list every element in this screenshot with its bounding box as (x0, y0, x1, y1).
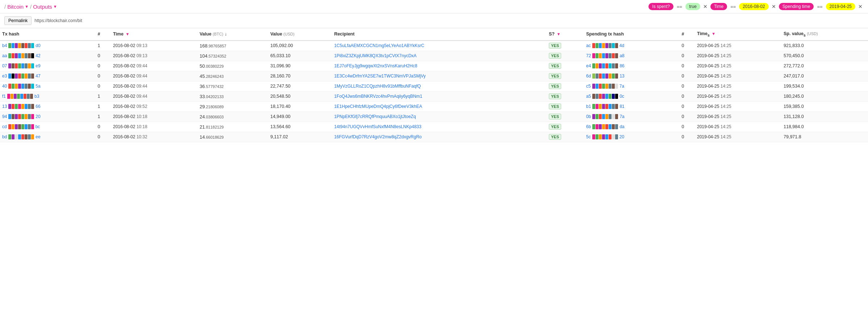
outputs-nav[interactable]: Outputs ▼ (33, 4, 57, 10)
usd-val: 18,170.40 (270, 104, 291, 109)
sp-time-time: 14:25 (721, 53, 731, 58)
sp-hash-bar (592, 84, 618, 89)
filter-spendingtime-tag[interactable]: Spending time (779, 3, 814, 10)
sp-hash-suffix[interactable]: 20 (619, 134, 624, 139)
permalink-button[interactable]: Permalink (4, 16, 32, 25)
recipient-address[interactable]: 1E3Cc4wDrfmYA2SE7w1TWC3NmVPJaSMjVy (334, 74, 426, 79)
num-cell: 0 (96, 81, 111, 91)
filter-spendingtime-val: 2019-04-25 (826, 3, 855, 10)
table-row: aa 42 0 2016-08-02 09:13 104.57324352 65… (0, 51, 868, 61)
spent-filter-icon[interactable]: ▼ (556, 32, 560, 36)
bitcoin-nav[interactable]: Bitcoin ▼ (7, 4, 29, 10)
col-spending-tx: Spending tx hash (584, 28, 680, 41)
filter-spendingtime-close[interactable]: ✕ (857, 4, 864, 9)
recipient-address[interactable]: 1PNpEKfGfj7cRRQfPmquuABXo1jtJtoeZq (334, 114, 416, 119)
spent-badge: YES (549, 114, 561, 119)
value-btc-cell: 50.00380229 (197, 61, 268, 71)
permalink-row: Permalink https://blockchair.com/bit (0, 13, 868, 28)
tx-hash-suffix[interactable]: 47 (36, 74, 40, 79)
tx-hash-prefix[interactable]: 94 (2, 114, 7, 119)
tx-hash-prefix[interactable]: 13 (2, 104, 7, 109)
time-cell: 2016-08-02 09:44 (111, 71, 197, 81)
time-date: 2016-08-02 (113, 63, 135, 68)
sp-hash-suffix[interactable]: da (619, 124, 624, 129)
value-btc-cell: 14.66018629 (197, 132, 268, 142)
recipient-address[interactable]: 14t94n7UGQVvHmfSuNxfM4N8esLNKp4833 (334, 124, 421, 129)
num-cell: 0 (96, 61, 111, 71)
time-time: 09:52 (137, 104, 147, 109)
permalink-url: https://blockchair.com/bit (34, 18, 82, 23)
sp-hash-prefix[interactable]: b1 (586, 104, 591, 109)
sp-hash-prefix[interactable]: a5 (586, 94, 591, 99)
tx-hash-suffix[interactable]: 42 (36, 53, 40, 58)
recipient-address[interactable]: 1FoQ4Jws6mBNKRVzc4hvPmAqiiy6yqBNm1 (334, 94, 422, 99)
tx-hash-prefix[interactable]: bd (2, 134, 7, 139)
sp-hash-prefix[interactable]: 6b (586, 124, 591, 129)
tx-hash-prefix[interactable]: b4 (2, 43, 7, 48)
sp-time-time: 14:25 (721, 134, 731, 139)
sp-hash-suffix[interactable]: 81 (619, 104, 624, 109)
tx-hash-suffix[interactable]: 66 (36, 104, 40, 109)
recipient-address[interactable]: 16FGVurfDqD7RzV4goV2mw8qZ2dxgvRgRo (334, 134, 422, 139)
sp-hash-suffix[interactable]: 7a (619, 84, 624, 89)
time-filter-icon[interactable]: ▼ (125, 32, 129, 36)
tx-hash-prefix[interactable]: e3 (2, 74, 7, 79)
col-value-btc[interactable]: Value (BTC) ↓ (197, 28, 268, 41)
sp-time-time: 14:25 (721, 74, 731, 79)
sp-value: 180,245.0 (784, 94, 804, 99)
tx-hash-prefix[interactable]: 07 (2, 63, 7, 68)
filter-time-close[interactable]: ✕ (771, 4, 777, 9)
tx-hash-bar (8, 84, 34, 89)
sp-hash-prefix[interactable]: e4 (586, 63, 591, 68)
spent-badge: YES (549, 63, 561, 69)
sp-hash-prefix[interactable]: 5c (586, 134, 591, 139)
btc-main: 45 (200, 74, 205, 79)
sp-hash-suffix[interactable]: a8 (619, 53, 624, 58)
sp-num-cell: 0 (680, 132, 695, 142)
tx-hash-suffix[interactable]: b3 (34, 94, 39, 99)
tx-hash-prefix[interactable]: f1 (2, 94, 6, 99)
btc-sub: .28246243 (205, 74, 224, 79)
tx-hash-cell: cd bc (0, 122, 96, 132)
recipient-address[interactable]: 1Pi8xiZ3ZKpjUMK8QX3tv1pCVtX7nycDxA (334, 53, 416, 58)
time-date: 2016-08-02 (113, 114, 135, 119)
sp-hash-prefix[interactable]: 72 (586, 53, 591, 58)
tx-hash-prefix[interactable]: aa (2, 53, 7, 58)
tx-hash-suffix[interactable]: bc (36, 124, 40, 129)
tx-hash-suffix[interactable]: d0 (36, 43, 40, 48)
sp-hash-suffix[interactable]: 13 (619, 74, 624, 79)
btc-sub: .21806089 (205, 105, 224, 109)
tx-hash-suffix[interactable]: 20 (36, 114, 40, 119)
filter-time-tag[interactable]: Time (710, 3, 727, 10)
sp-hash-prefix[interactable]: ac (586, 43, 591, 48)
spent-badge: YES (549, 93, 561, 99)
tx-hash-suffix[interactable]: ee (36, 134, 40, 139)
sp-hash-suffix[interactable]: 86 (619, 63, 624, 68)
time-cell: 2016-08-02 09:44 (111, 81, 197, 91)
recipient-address[interactable]: 1EJ7oFEyJjg9wgqwXt2nxSVnsKaruH2Hc8 (334, 63, 417, 68)
slash-icon-2: / (30, 4, 32, 10)
recipient-address[interactable]: 1MyVzGLLRoZ1CQpzhH8v91bMffbuNFaqfQ (334, 84, 421, 89)
filter-isspent-close[interactable]: ✕ (702, 4, 709, 9)
tx-hash-suffix[interactable]: e9 (36, 63, 40, 68)
tx-hash-suffix[interactable]: 5a (36, 84, 40, 89)
sp-hash-prefix[interactable]: c5 (586, 84, 591, 89)
sp-hash-suffix[interactable]: 7a (619, 114, 624, 119)
tx-hash-prefix[interactable]: 40 (2, 84, 7, 89)
spending-tx-cell: 6b da (584, 122, 680, 132)
sp-hash-suffix[interactable]: 4d (619, 43, 624, 48)
sp-hash-suffix[interactable]: 0c (619, 94, 624, 99)
recipient-address[interactable]: 1C5uLfaAEMXCGCN1mg5eLYeAo1ABYkKsrC (334, 43, 424, 48)
filter-isspent-tag[interactable]: Is spent? (648, 3, 673, 10)
sp-hash-prefix[interactable]: 0b (586, 114, 591, 119)
filter-isspent-op: == (675, 3, 684, 10)
sp-hash-bar (592, 124, 618, 129)
sp-hash-prefix[interactable]: 6d (586, 74, 591, 79)
recipient-address[interactable]: 1E1HpeCHhfzMUpeDmQ4pjCy6fDeeV3khEA (334, 104, 422, 109)
times-filter-icon[interactable]: ▼ (711, 32, 715, 36)
tx-hash-prefix[interactable]: cd (2, 124, 7, 129)
btc-sub: .03806603 (205, 115, 224, 119)
table-row: 94 20 1 2016-08-02 10:18 24.03806603 14,… (0, 112, 868, 122)
recipient-cell: 14t94n7UGQVvHmfSuNxfM4N8esLNKp4833 (332, 122, 547, 132)
time-cell: 2016-08-02 10:32 (111, 132, 197, 142)
